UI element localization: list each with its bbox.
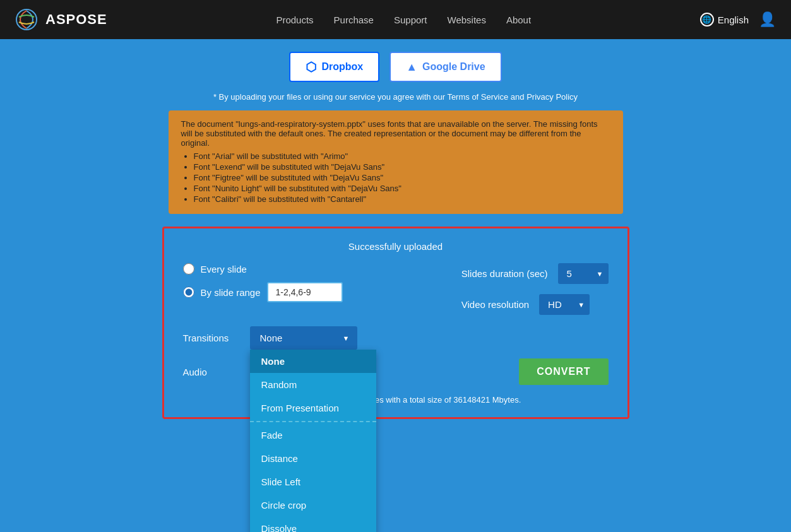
list-item: Font "Figtree" will be substituted with … — [194, 173, 610, 182]
slides-duration-select-wrapper: 5 3 7 10 — [558, 263, 609, 284]
every-slide-option: Every slide — [183, 263, 343, 275]
transitions-button[interactable]: None — [250, 326, 357, 350]
options-row: Every slide By slide range Slides durati… — [183, 263, 609, 315]
dropbox-button[interactable]: ⬡ Dropbox — [289, 52, 379, 82]
terms-link[interactable]: Terms of Service — [447, 92, 508, 102]
disclaimer-text: * By uploading your files or using our s… — [25, 92, 766, 102]
video-resolution-label: Video resolution — [461, 299, 529, 310]
google-drive-button[interactable]: ▲ Google Drive — [390, 52, 501, 82]
transition-circle-crop[interactable]: Circle crop — [250, 494, 376, 517]
video-resolution-select-wrapper: HD SD 4K — [539, 294, 590, 315]
nav-websites[interactable]: Websites — [448, 15, 486, 25]
slide-options: Every slide By slide range — [183, 263, 343, 302]
logo-area: ASPOSE — [15, 8, 107, 31]
dropbox-icon: ⬡ — [306, 59, 316, 74]
list-item: Font "Calibri" will be substituted with … — [194, 194, 610, 204]
by-slide-range-radio[interactable] — [183, 287, 194, 298]
transition-none[interactable]: None — [250, 350, 376, 373]
audio-convert-row: Audio Non ▶ CONVERT — [183, 358, 609, 385]
transitions-value: None — [260, 333, 283, 343]
transitions-dropdown-wrapper: None None Random From Presentation Fade … — [250, 326, 357, 350]
nav-about[interactable]: About — [506, 15, 531, 25]
slides-duration-row: Slides duration (sec) 5 3 7 10 — [461, 263, 609, 284]
main-nav: Products Purchase Support Websites About — [276, 15, 531, 25]
transition-dissolve[interactable]: Dissolve — [250, 517, 376, 532]
slide-range-option: By slide range — [183, 282, 343, 302]
nav-purchase[interactable]: Purchase — [334, 15, 374, 25]
logo-text: ASPOSE — [45, 11, 107, 28]
main-content: ⬡ Dropbox ▲ Google Drive * By uploading … — [0, 39, 791, 432]
slides-duration-select[interactable]: 5 3 7 10 — [558, 263, 609, 284]
main-card: Successfully uploaded Every slide By sli… — [162, 227, 629, 419]
list-item: Font "Arial" will be substituted with "A… — [194, 151, 610, 161]
nav-products[interactable]: Products — [276, 15, 313, 25]
dropdown-divider — [250, 421, 376, 422]
header-right: 🌐 English 👤 — [700, 11, 776, 28]
warning-box: The document "lungs-and-respiratory-syst… — [169, 110, 623, 214]
every-slide-radio[interactable] — [183, 263, 194, 275]
globe-icon: 🌐 — [700, 13, 714, 27]
transitions-label: Transitions — [183, 333, 240, 343]
privacy-link[interactable]: Privacy Policy — [526, 92, 578, 102]
language-label: English — [718, 15, 749, 25]
every-slide-label: Every slide — [201, 264, 247, 275]
convert-button[interactable]: CONVERT — [519, 358, 608, 385]
gdrive-label: Google Drive — [422, 61, 485, 73]
slides-duration-label: Slides duration (sec) — [461, 268, 548, 279]
transition-from-presentation[interactable]: From Presentation — [250, 396, 376, 420]
language-selector[interactable]: 🌐 English — [700, 13, 749, 27]
upload-buttons: ⬡ Dropbox ▲ Google Drive — [25, 52, 766, 82]
video-resolution-row: Video resolution HD SD 4K — [461, 294, 609, 315]
duration-resolution: Slides duration (sec) 5 3 7 10 Video res… — [461, 263, 609, 315]
dropbox-label: Dropbox — [321, 61, 363, 73]
slide-range-input[interactable] — [267, 282, 343, 302]
by-slide-range-label: By slide range — [201, 287, 261, 298]
transition-slide-left[interactable]: Slide Left — [250, 470, 376, 494]
nav-support[interactable]: Support — [394, 15, 427, 25]
transition-random[interactable]: Random — [250, 373, 376, 396]
video-resolution-select[interactable]: HD SD 4K — [539, 294, 590, 315]
gdrive-icon: ▲ — [406, 61, 417, 74]
header: ASPOSE Products Purchase Support Website… — [0, 0, 791, 39]
footer-note: We've already converted 8 files with a t… — [183, 395, 609, 405]
warning-text: The document "lungs-and-respiratory-syst… — [181, 119, 598, 148]
list-item: Font "Nunito Light" will be substituted … — [194, 184, 610, 193]
transition-distance[interactable]: Distance — [250, 447, 376, 470]
audio-label: Audio — [183, 367, 240, 377]
success-message: Successfully uploaded — [183, 241, 609, 252]
aspose-logo-icon — [15, 8, 38, 31]
transitions-dropdown-menu: None Random From Presentation Fade Dista… — [250, 350, 376, 532]
svg-point-0 — [16, 9, 37, 30]
warning-list: Font "Arial" will be substituted with "A… — [194, 151, 610, 204]
transitions-row: Transitions None None Random From Presen… — [183, 326, 609, 350]
list-item: Font "Lexend" will be substituted with "… — [194, 162, 610, 172]
transition-fade[interactable]: Fade — [250, 423, 376, 447]
user-icon[interactable]: 👤 — [759, 11, 776, 28]
